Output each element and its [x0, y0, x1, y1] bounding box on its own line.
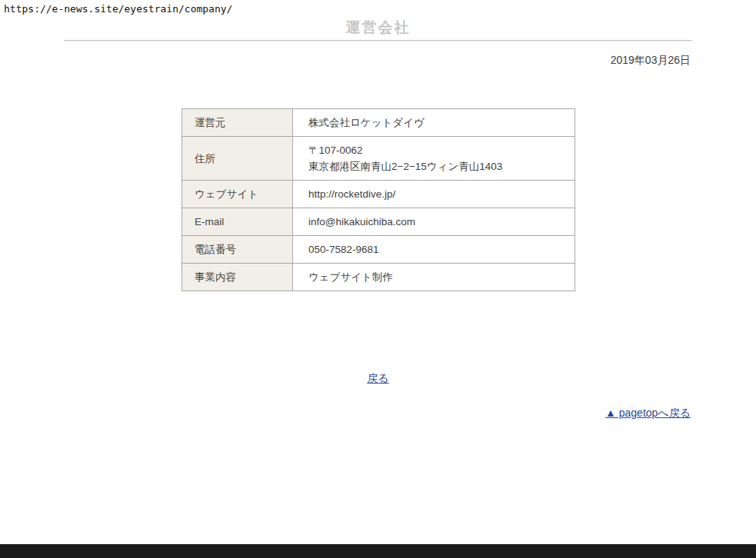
table-row: ウェブサイト http://rocketdive.jp/	[182, 181, 575, 208]
pagetop-link-container: ▲ pagetopへ戻る	[605, 406, 691, 420]
row-value: ウェブサイト制作	[293, 264, 575, 291]
table-row: 電話番号 050-7582-9681	[182, 236, 575, 264]
row-value: 株式会社ロケットダイヴ	[293, 109, 575, 137]
pagetop-link[interactable]: ▲ pagetopへ戻る	[605, 407, 691, 419]
footer-bar	[0, 544, 756, 558]
date-label: 2019年03月26日	[611, 54, 691, 68]
back-link[interactable]: 戻る	[367, 372, 388, 384]
row-label: ウェブサイト	[182, 181, 293, 208]
browser-url: https://e-news.site/eyestrain/company/	[4, 3, 232, 15]
row-value: 050-7582-9681	[293, 236, 575, 264]
table-row: 事業内容 ウェブサイト制作	[182, 264, 575, 291]
title-divider	[64, 40, 692, 42]
row-label: 事業内容	[182, 264, 293, 291]
row-value: 〒107-0062 東京都港区南青山2−2−15ウィン青山1403	[293, 137, 575, 181]
row-label: 運営元	[182, 109, 293, 137]
row-label: 住所	[182, 137, 293, 181]
row-value: http://rocketdive.jp/	[293, 181, 575, 208]
company-info-table: 運営元 株式会社ロケットダイヴ 住所 〒107-0062 東京都港区南青山2−2…	[182, 108, 575, 291]
row-label: 電話番号	[182, 236, 293, 264]
table-row: 運営元 株式会社ロケットダイヴ	[182, 109, 575, 137]
row-label: E-mail	[182, 208, 293, 236]
table-row: E-mail info@hikakuichiba.com	[182, 208, 575, 236]
page-title: 運営会社	[0, 18, 756, 38]
row-value: info@hikakuichiba.com	[293, 208, 575, 236]
back-link-container: 戻る	[0, 371, 756, 386]
table-row: 住所 〒107-0062 東京都港区南青山2−2−15ウィン青山1403	[182, 137, 575, 181]
